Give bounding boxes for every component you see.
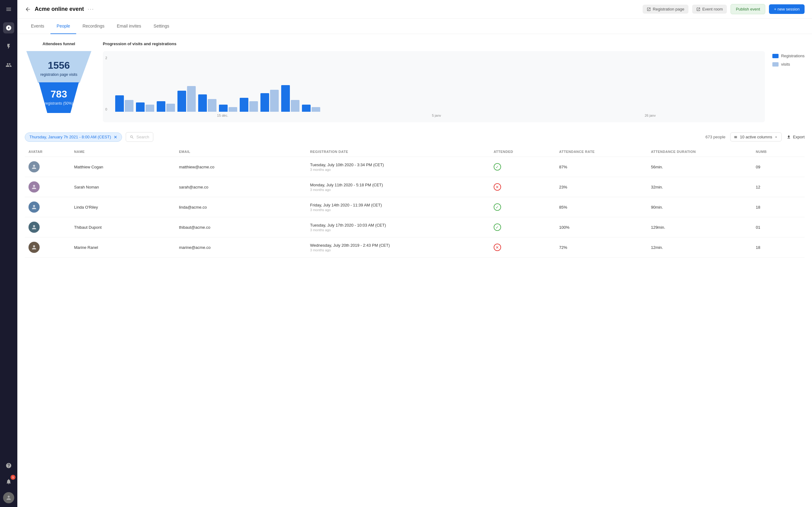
search-placeholder: Search [137,135,149,139]
table-row[interactable]: Sarah Noman sarah@acme.co Monday, July 1… [25,177,805,197]
table-row[interactable]: Matthiew Cogan matthiew@acme.co Tuesday,… [25,157,805,177]
col-header-avatar: AVATAR [25,147,70,157]
cell-name: Thibaut Dupont [70,217,175,237]
tab-bar: Events People Recordings Email invites S… [17,18,812,34]
cell-avatar [25,237,70,258]
search-icon [130,135,134,139]
bar-visits [249,101,258,112]
table-row[interactable]: Marine Ranel marine@acme.co Wednesday, J… [25,237,805,258]
bar-group [157,101,175,112]
bar-registrations [136,103,145,112]
chart-bars [108,56,760,112]
table-body: Matthiew Cogan matthiew@acme.co Tuesday,… [25,157,805,258]
more-options-button[interactable]: ··· [88,6,94,12]
col-header-number: NUMB [752,147,805,157]
bar-registrations [261,93,269,112]
cell-avatar [25,177,70,197]
person-avatar [29,222,40,233]
page-title: Acme online event [35,6,84,12]
cell-attendance-rate: 100% [555,217,647,237]
col-header-name: NAME [70,147,175,157]
chart-section: Progression of visits and registrations … [103,42,805,122]
cell-attended: ✓ [490,217,555,237]
bar-group [240,98,258,112]
col-header-attendance-duration: ATTENDANCE DURATION [647,147,752,157]
bar-group [177,86,196,112]
chart-x-labels: 15 déc. 5 janv 26 janv [108,112,760,117]
cell-reg-date: Monday, July 11th 2020 - 5:18 PM (CET) 3… [306,177,490,197]
legend-color-visits [772,62,778,66]
user-avatar[interactable] [3,492,14,503]
bar-registrations [302,105,311,112]
cell-name: Linda O'Riley [70,197,175,217]
bar-group [281,85,300,112]
chevron-down-icon [774,135,778,139]
tab-email-invites[interactable]: Email invites [111,18,148,34]
cell-attendance-duration: 129min. [647,217,752,237]
bar-registrations [281,85,290,112]
analytics-section: Attendees funnel 1556 registration page … [25,42,805,122]
not-attended-icon: ✕ [494,183,501,191]
cell-attended: ✓ [490,197,555,217]
broadcast-icon[interactable] [3,22,14,34]
header: Acme online event ··· Registration page … [17,0,812,18]
registration-page-button[interactable]: Registration page [643,5,689,14]
legend-color-registrations [772,54,778,58]
funnel-section: Attendees funnel 1556 registration page … [25,42,93,122]
publish-event-button[interactable]: Publish event [730,4,765,14]
chart-y-min: 0 [105,107,107,111]
funnel-top-label: registration page visits [34,72,84,77]
help-icon[interactable] [3,460,14,471]
legend-visits: visits [772,62,805,66]
table-header: AVATAR NAME EMAIL REGISTRATION DATE ATTE… [25,147,805,157]
legend-registrations: Registrations [772,54,805,58]
tab-events[interactable]: Events [25,18,51,34]
controls-right: 673 people 10 active columns Export [705,132,805,142]
cell-attendance-duration: 56min. [647,157,752,177]
notification-icon[interactable]: 1 [3,476,14,487]
table-row[interactable]: Linda O'Riley linda@acme.co Friday, July… [25,197,805,217]
cell-email: sarah@acme.co [175,177,306,197]
sidebar-bottom: 1 [3,460,14,503]
date-filter-chip[interactable]: Thursday, January 7h 2021 - 8:00 AM (CES… [25,132,122,142]
contacts-icon[interactable] [3,59,14,70]
columns-icon [734,135,738,139]
cell-name: Sarah Noman [70,177,175,197]
chart-container: 2 0 [103,51,765,122]
lightning-icon[interactable] [3,41,14,52]
col-header-attended: ATTENDED [490,147,555,157]
cell-reg-date: Wednesday, July 20th 2019 - 2:43 PM (CET… [306,237,490,258]
menu-icon[interactable] [3,4,14,15]
bar-registrations [115,95,124,112]
new-session-button[interactable]: + new session [769,4,805,14]
cell-attendance-duration: 90min. [647,197,752,217]
back-button[interactable] [25,6,31,12]
table-row[interactable]: Thibaut Dupont thibaut@acme.co Tuesday, … [25,217,805,237]
funnel-bottom-label: registrants (50%) [39,101,79,106]
tab-people[interactable]: People [51,18,76,34]
columns-button[interactable]: 10 active columns [730,132,782,142]
main-content: Acme online event ··· Registration page … [17,0,812,507]
cell-attended: ✕ [490,177,555,197]
filter-chip-close[interactable]: ✕ [114,135,117,139]
col-header-attendance-rate: ATTENDANCE RATE [555,147,647,157]
bar-visits [291,100,300,112]
content-area: Attendees funnel 1556 registration page … [17,34,812,265]
chart-legend: Registrations visits [772,51,805,122]
people-count: 673 people [705,135,725,139]
export-button[interactable]: Export [787,135,805,139]
cell-avatar [25,217,70,237]
tab-settings[interactable]: Settings [148,18,176,34]
funnel-container: 1556 registration page visits 783 regist… [25,51,93,113]
event-room-button[interactable]: Event room [692,5,727,14]
cell-attended: ✓ [490,157,555,177]
cell-number: 01 [752,217,805,237]
search-box[interactable]: Search [126,132,153,142]
cell-attendance-rate: 85% [555,197,647,217]
tab-recordings[interactable]: Recordings [76,18,111,34]
cell-reg-date: Tuesday, July 10th 2020 - 3:34 PM (CET) … [306,157,490,177]
cell-attendance-duration: 12min. [647,237,752,258]
cell-number: 18 [752,237,805,258]
person-avatar [29,242,40,253]
table-section: Thursday, January 7h 2021 - 8:00 AM (CES… [25,132,805,258]
